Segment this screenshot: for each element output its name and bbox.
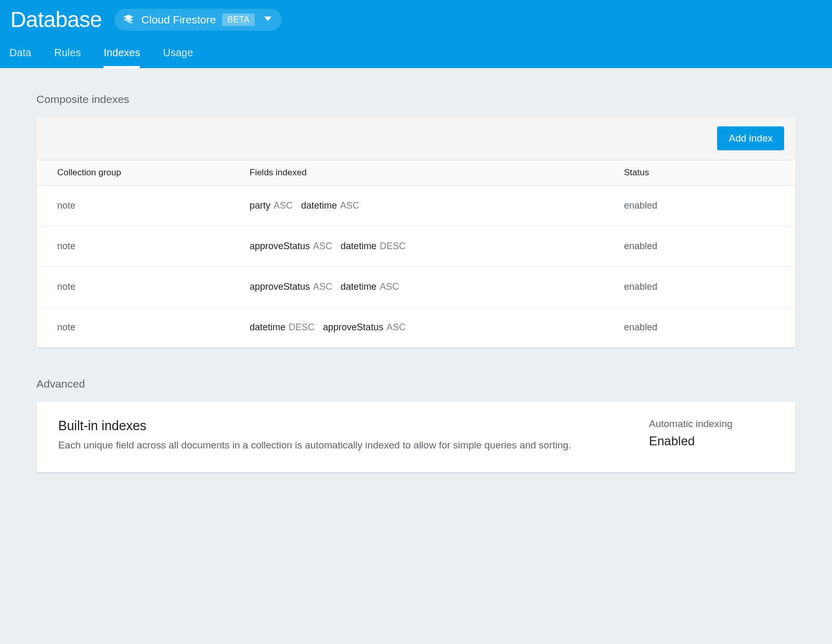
field-direction: ASC	[274, 200, 293, 211]
cell-collection-group: note	[57, 241, 250, 252]
field-name: datetime	[301, 200, 337, 211]
field-name: approveStatus	[323, 322, 383, 333]
field-chip: approveStatusASC	[323, 322, 406, 333]
cell-fields: datetimeDESCapproveStatusASC	[250, 322, 624, 333]
table-row[interactable]: notepartyASCdatetimeASCenabled	[36, 186, 796, 226]
tab-usage[interactable]: Usage	[163, 47, 193, 68]
col-header-fields: Fields indexed	[250, 168, 624, 178]
cell-status: enabled	[624, 322, 775, 333]
add-index-button[interactable]: Add index	[717, 126, 784, 150]
card-toolbar: Add index	[36, 117, 796, 160]
built-in-title: Built-in indexes	[58, 418, 628, 433]
cell-collection-group: note	[57, 281, 250, 292]
field-name: datetime	[341, 241, 376, 252]
field-chip: datetimeASC	[301, 200, 359, 211]
cell-status: enabled	[624, 241, 775, 252]
table-header: Collection group Fields indexed Status	[36, 160, 796, 186]
tabs: DataRulesIndexesUsage	[0, 35, 832, 68]
field-chip: partyASC	[250, 200, 293, 211]
built-in-left: Built-in indexes Each unique field acros…	[58, 418, 628, 453]
firestore-icon	[122, 13, 135, 27]
field-direction: ASC	[340, 200, 359, 211]
field-direction: DESC	[380, 241, 406, 252]
col-header-group: Collection group	[57, 168, 250, 178]
beta-badge: BETA	[222, 14, 255, 26]
built-in-description: Each unique field across all documents i…	[58, 439, 628, 453]
field-direction: ASC	[313, 241, 332, 252]
field-direction: DESC	[289, 322, 315, 333]
cell-fields: approveStatusASCdatetimeDESC	[250, 241, 624, 252]
table-row[interactable]: notedatetimeDESCapproveStatusASCenabled	[36, 307, 796, 347]
table-row[interactable]: noteapproveStatusASCdatetimeDESCenabled	[36, 226, 796, 267]
header: Database Cloud Firestore BETA DataRulesI…	[0, 0, 832, 68]
built-in-right: Automatic indexing Enabled	[649, 418, 774, 453]
tab-indexes[interactable]: Indexes	[103, 47, 140, 68]
field-chip: approveStatusASC	[250, 281, 332, 292]
cell-collection-group: note	[57, 200, 250, 211]
table-body: notepartyASCdatetimeASCenablednoteapprov…	[36, 186, 796, 347]
field-chip: approveStatusASC	[250, 241, 332, 252]
field-chip: datetimeDESC	[341, 241, 406, 252]
field-direction: ASC	[386, 322, 406, 333]
advanced-section-title: Advanced	[36, 378, 796, 390]
tab-rules[interactable]: Rules	[54, 47, 81, 68]
cell-status: enabled	[624, 200, 775, 211]
tab-data[interactable]: Data	[9, 47, 31, 68]
cell-fields: approveStatusASCdatetimeASC	[250, 281, 624, 292]
field-direction: ASC	[380, 281, 399, 292]
composite-indexes-card: Add index Collection group Fields indexe…	[36, 117, 796, 347]
field-name: datetime	[341, 281, 376, 292]
table-row[interactable]: noteapproveStatusASCdatetimeASCenabled	[36, 267, 796, 307]
field-chip: datetimeDESC	[250, 322, 315, 333]
automatic-indexing-value: Enabled	[649, 434, 774, 448]
col-header-status: Status	[624, 168, 775, 178]
database-selector[interactable]: Cloud Firestore BETA	[114, 9, 282, 31]
chevron-down-icon	[264, 15, 271, 24]
cell-collection-group: note	[57, 322, 250, 333]
field-name: party	[250, 200, 270, 211]
page-title: Database	[10, 7, 102, 32]
content: Composite indexes Add index Collection g…	[0, 68, 832, 504]
field-name: approveStatus	[250, 241, 310, 252]
cell-status: enabled	[624, 281, 775, 292]
cell-fields: partyASCdatetimeASC	[250, 200, 624, 211]
database-selector-label: Cloud Firestore	[141, 14, 216, 26]
field-direction: ASC	[313, 281, 332, 292]
field-name: datetime	[250, 322, 285, 333]
field-chip: datetimeASC	[341, 281, 399, 292]
field-name: approveStatus	[250, 281, 310, 292]
built-in-indexes-card: Built-in indexes Each unique field acros…	[36, 402, 796, 472]
automatic-indexing-label: Automatic indexing	[649, 418, 774, 430]
header-top: Database Cloud Firestore BETA	[0, 0, 832, 35]
composite-section-title: Composite indexes	[36, 93, 796, 106]
